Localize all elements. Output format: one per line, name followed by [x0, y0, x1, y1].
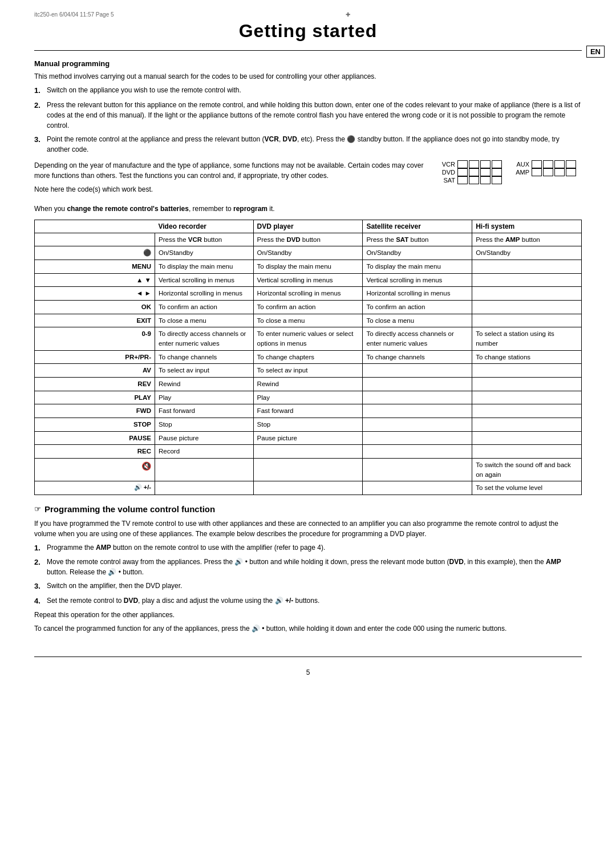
page-title: Getting started [34, 21, 582, 42]
aux-boxes [532, 160, 576, 168]
step-3-text: Point the remote control at the applianc… [47, 134, 582, 155]
row-dvd-fwd: Fast forward [253, 404, 363, 418]
table-row: FWD Fast forward Fast forward [35, 404, 582, 418]
prog-step-3-text: Switch on the amplifier, then the DVD pl… [47, 581, 182, 592]
row-sat-ok: To confirm an action [363, 300, 472, 314]
programming-section: ☞ Programming the volume control functio… [34, 504, 582, 634]
row-hifi-play [472, 391, 582, 404]
header-meta: itc250-en 6/04/04 11:57 Page 5 ✚ [34, 11, 582, 18]
row-dvd-press: Press the DVD button [253, 233, 363, 246]
row-label-standby: ⚫ [35, 246, 155, 260]
row-dvd-mute [253, 458, 363, 481]
row-label-menu: MENU [35, 260, 155, 273]
row-hifi-standby: On/Standby [472, 246, 582, 260]
row-dvd-pause: Pause picture [253, 431, 363, 445]
manual-programming-heading: Manual programming [34, 59, 582, 68]
row-dvd-leftright: Horizontal scrolling in menus [253, 287, 363, 301]
step-2: 2. Press the relevant button for this ap… [34, 100, 582, 131]
row-vcr-play: Play [155, 391, 254, 404]
code-left-col: VCR DVD [439, 160, 502, 184]
row-label-09: 0-9 [35, 327, 155, 350]
row-hifi-leftright [472, 287, 582, 301]
row-label-exit: EXIT [35, 314, 155, 327]
page-number: 5 [34, 668, 582, 676]
row-label-pause: PAUSE [35, 431, 155, 445]
code-right-col: AUX AMP [513, 160, 576, 184]
col-vcr-header: Video recorder [155, 220, 254, 233]
row-sat-leftright: Horizontal scrolling in menus [363, 287, 472, 301]
code-box-right: VCR DVD [439, 160, 576, 198]
note-text: Depending on the year of manufacture and… [34, 160, 439, 181]
row-vcr-press: Press the VCR button [155, 233, 254, 246]
amp-box-4 [566, 168, 576, 176]
row-label-vol: 🔊 +/- [35, 481, 155, 495]
step-1-number: 1. [34, 85, 44, 96]
row-hifi-rec [472, 445, 582, 459]
row-vcr-leftright: Horizontal scrolling in menus [155, 287, 254, 301]
row-label-fwd: FWD [35, 404, 155, 418]
row-sat-av [363, 364, 472, 378]
aux-label: AUX [513, 161, 529, 168]
dvd-boxes [457, 168, 502, 176]
row-vcr-updown: Vertical scrolling in menus [155, 273, 254, 287]
dvd-box-1 [457, 168, 468, 176]
row-dvd-ok: To confirm an action [253, 300, 363, 314]
row-hifi-fwd [472, 404, 582, 418]
function-table: Video recorder DVD player Satellite rece… [34, 220, 582, 495]
row-sat-vol [363, 481, 472, 495]
aux-box-3 [554, 160, 565, 168]
table-row: PLAY Play Play [35, 391, 582, 404]
row-vcr-mute [155, 458, 254, 481]
row-sat-rev [363, 377, 472, 391]
row-vcr-vol [155, 481, 254, 495]
amp-boxes [532, 168, 576, 176]
row-vcr-rec: Record [155, 445, 254, 459]
row-hifi-ok [472, 300, 582, 314]
step-3-number: 3. [34, 134, 44, 155]
prog-step-4-number: 4. [34, 595, 44, 607]
row-vcr-exit: To close a menu [155, 314, 254, 327]
aux-box-2 [543, 160, 553, 168]
col-dvd-header: DVD player [253, 220, 363, 233]
sat-label: SAT [439, 177, 455, 184]
row-hifi-menu [472, 260, 582, 273]
prog-step-4-text: Set the remote control to DVD, play a di… [47, 595, 319, 607]
row-hifi-vol: To set the volume level [472, 481, 582, 495]
vcr-boxes [457, 160, 502, 168]
row-dvd-stop: Stop [253, 418, 363, 431]
row-sat-pause [363, 431, 472, 445]
row-vcr-menu: To display the main menu [155, 260, 254, 273]
amp-box-3 [554, 168, 565, 176]
table-row: REV Rewind Rewind [35, 377, 582, 391]
col-label-header [35, 220, 155, 233]
table-row: OK To confirm an action To confirm an ac… [35, 300, 582, 314]
reprogram-note: When you change the remote control's bat… [34, 204, 582, 214]
row-vcr-standby: On/Standby [155, 246, 254, 260]
code-row-aux: AUX [513, 160, 576, 168]
amp-label: AMP [513, 169, 529, 176]
row-sat-rec [363, 445, 472, 459]
row-dvd-menu: To display the main menu [253, 260, 363, 273]
row-hifi-pause [472, 431, 582, 445]
row-vcr-prpr: To change channels [155, 350, 254, 364]
prog-title-text: Programming the volume control function [44, 504, 215, 514]
dvd-box-3 [480, 168, 491, 176]
prog-icon: ☞ [34, 505, 41, 513]
row-label-stop: STOP [35, 418, 155, 431]
step-1-text: Switch on the appliance you wish to use … [47, 85, 241, 96]
table-row: PR+/PR- To change channels To change cha… [35, 350, 582, 364]
crosshair-top: ✚ [346, 11, 350, 18]
row-sat-stop [363, 418, 472, 431]
row-dvd-rev: Rewind [253, 377, 363, 391]
step-2-text: Press the relevant button for this appli… [47, 100, 582, 131]
row-vcr-09: To directly access channels or enter num… [155, 327, 254, 350]
row-label-play: PLAY [35, 391, 155, 404]
sat-boxes [457, 176, 502, 184]
step-3: 3. Point the remote control at the appli… [34, 134, 582, 155]
dvd-box-4 [492, 168, 502, 176]
prog-intro: If you have programmed the TV remote con… [34, 518, 582, 539]
row-hifi-av [472, 364, 582, 378]
row-label-ok: OK [35, 300, 155, 314]
code-box-area: Depending on the year of manufacture and… [34, 160, 582, 198]
note2-text: Note here the code(s) which work best. [34, 184, 439, 194]
